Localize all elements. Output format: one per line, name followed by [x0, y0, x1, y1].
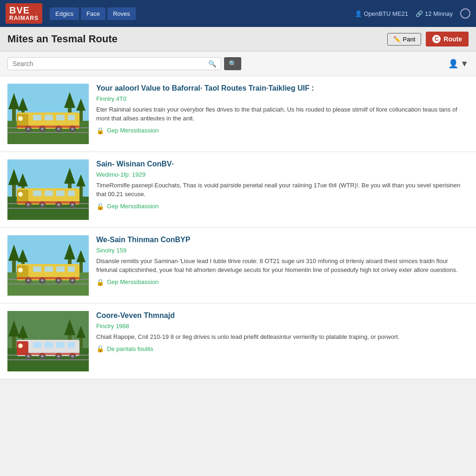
user-avatar-icon: 👤 [448, 59, 458, 69]
route-button[interactable]: C Route [426, 32, 469, 46]
search-input[interactable] [13, 60, 206, 67]
route-description: TimeRomifle paxnepl Eouchats, Thas is vo… [96, 181, 469, 199]
svg-rect-115 [17, 353, 79, 355]
route-item: Your aaloorl Value to Baforral· Taol Rou… [0, 76, 476, 152]
svg-rect-28 [17, 126, 79, 128]
lock-icon: 🔒 [96, 203, 104, 210]
sub-header-actions: ✏️ Pant C Route [387, 32, 469, 46]
lock-icon: 🔒 [96, 278, 104, 286]
route-thumbnail [7, 159, 89, 220]
header-right: 👤 OpenBTU ME21 🔗 12 Minnay [355, 8, 470, 19]
logo-bottom: RAIMARS [9, 15, 39, 21]
svg-rect-66 [79, 261, 83, 272]
route-title: Sain- Wisinan ConBV· [96, 159, 469, 169]
svg-rect-103 [33, 342, 41, 348]
route-action[interactable]: 🔒 Gep Merssibassion [96, 278, 469, 286]
main-nav: Edgics Face Roves [50, 7, 136, 20]
route-action[interactable]: 🔒 De pantals foulits [96, 345, 469, 352]
paint-icon: ✏️ [393, 36, 401, 43]
svg-rect-104 [45, 342, 53, 348]
route-c-icon: C [432, 35, 441, 43]
route-item: Sain- Wisinan ConBV· Wedimo-1fp: 1929 Ti… [0, 152, 476, 228]
route-info: We-Sain Thinman ConBYP Sinolry 159 Disan… [96, 235, 469, 286]
route-item: We-Sain Thinman ConBYP Sinolry 159 Disan… [0, 228, 476, 304]
svg-rect-16 [33, 115, 41, 120]
svg-rect-76 [56, 266, 65, 272]
route-list: Your aaloorl Value to Baforral· Taol Rou… [0, 76, 476, 379]
action-label[interactable]: Gep Merssibassion [107, 203, 159, 210]
route-thumbnail [7, 235, 89, 296]
svg-rect-86 [17, 277, 79, 279]
paint-button[interactable]: ✏️ Pant [387, 33, 422, 46]
route-title: We-Sain Thinman ConBYP [96, 235, 469, 245]
svg-rect-77 [68, 266, 75, 272]
svg-rect-37 [79, 185, 83, 197]
logo: BVE RAIMARS [6, 3, 42, 23]
search-inline-icon: 🔍 [208, 60, 216, 67]
svg-rect-45 [33, 191, 41, 196]
route-description: Eter Raininal souries train your overybo… [96, 105, 469, 123]
svg-rect-105 [56, 342, 65, 348]
page-title: Mites an Tesmal Route [7, 33, 387, 45]
svg-rect-46 [45, 191, 53, 196]
user-info: 👤 OpenBTU ME21 [355, 10, 408, 17]
user-icon: 👤 [355, 10, 362, 17]
svg-rect-17 [45, 115, 53, 120]
svg-rect-47 [56, 191, 65, 196]
route-subtitle: Finnlry 4T0 [96, 95, 469, 102]
main-header: BVE RAIMARS Edgics Face Roves 👤 OpenBTU … [0, 0, 476, 27]
logo-top: BVE [9, 5, 39, 15]
svg-point-44 [19, 193, 22, 196]
route-title: Your aaloorl Value to Baforral· Taol Rou… [96, 84, 469, 93]
link-info: 🔗 12 Minnay [416, 10, 453, 17]
action-label[interactable]: De pantals foulits [107, 345, 153, 352]
route-subtitle: Finclry 1988 [96, 323, 469, 330]
search-bar-container: 🔍 [7, 57, 221, 70]
action-label[interactable]: Gep Merssibassion [107, 278, 159, 285]
search-button[interactable]: 🔍 [224, 57, 241, 70]
action-label[interactable]: Gep Merssibassion [107, 127, 159, 134]
header-circle-icon [460, 8, 470, 19]
route-action[interactable]: 🔒 Gep Merssibassion [96, 203, 469, 210]
sub-header: Mites an Tesmal Route ✏️ Pant C Route [0, 27, 476, 52]
search-section: 🔍 🔍 👤 ▼ [0, 52, 476, 76]
link-icon: 🔗 [416, 10, 423, 17]
nav-edgics[interactable]: Edgics [50, 7, 79, 20]
route-action[interactable]: 🔒 Gep Merssibassion [96, 127, 469, 134]
route-description: Chiait Rapope, Cnil 210-19 8 or lleg dri… [96, 332, 469, 342]
svg-point-102 [19, 344, 22, 347]
route-info: Your aaloorl Value to Baforral· Taol Rou… [96, 84, 469, 134]
route-title: Coore-Veven Thmnajd [96, 311, 469, 321]
route-info: Coore-Veven Thmnajd Finclry 1988 Chiait … [96, 311, 469, 352]
route-description: Disansle remiits your Saminan·'Lisue lea… [96, 257, 469, 275]
svg-point-15 [19, 117, 22, 120]
lock-icon: 🔒 [96, 127, 104, 134]
nav-face[interactable]: Face [81, 7, 106, 20]
svg-rect-75 [45, 266, 53, 272]
route-subtitle: Sinolry 159 [96, 247, 469, 254]
route-subtitle: Wedimo-1fp: 1929 [96, 171, 469, 178]
svg-rect-19 [68, 115, 75, 120]
svg-rect-57 [17, 201, 79, 204]
svg-rect-106 [68, 342, 75, 348]
route-info: Sain- Wisinan ConBV· Wedimo-1fp: 1929 Ti… [96, 159, 469, 210]
svg-point-73 [19, 269, 22, 271]
svg-rect-95 [79, 337, 83, 348]
route-thumbnail [7, 84, 89, 144]
svg-rect-18 [56, 115, 65, 120]
route-item: Coore-Veven Thmnajd Finclry 1988 Chiait … [0, 304, 476, 379]
lock-icon: 🔒 [96, 345, 104, 352]
svg-rect-8 [79, 109, 83, 121]
svg-rect-48 [68, 191, 75, 196]
user-dropdown[interactable]: 👤 ▼ [448, 59, 469, 69]
svg-rect-74 [33, 266, 41, 272]
route-thumbnail [7, 311, 89, 371]
user-dropdown-arrow: ▼ [460, 59, 469, 69]
nav-roves[interactable]: Roves [107, 7, 136, 20]
